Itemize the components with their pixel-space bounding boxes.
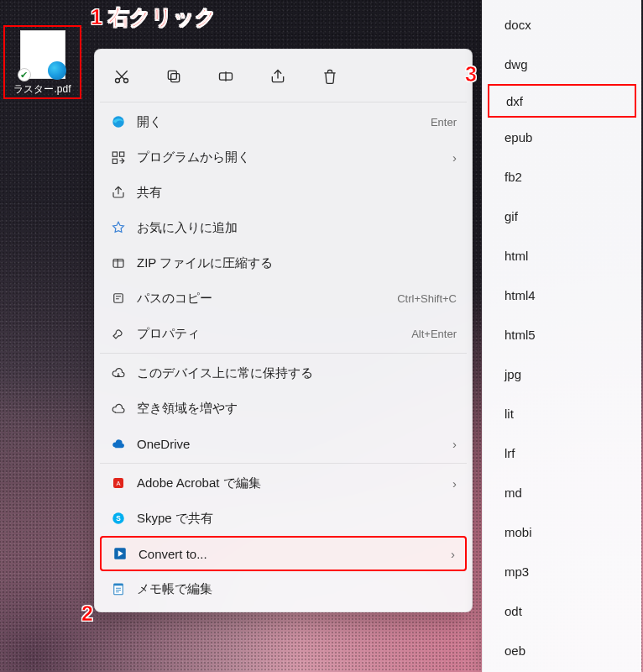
menu-open-label: 開く: [130, 114, 431, 130]
separator: [100, 463, 467, 464]
menu-favorite-label: お気に入りに追加: [130, 220, 457, 236]
copy-path-icon: [107, 291, 130, 306]
svg-point-0: [116, 79, 120, 83]
separator: [100, 353, 467, 354]
menu-open-with[interactable]: プログラムから開く ›: [100, 139, 467, 175]
chevron-right-icon: ›: [451, 547, 455, 561]
menu-convert-label: Convert to...: [132, 547, 444, 561]
svg-rect-7: [120, 152, 124, 156]
menu-free-space-label: 空き領域を増やす: [130, 401, 457, 417]
submenu-item-html[interactable]: html: [488, 236, 636, 276]
svg-rect-17: [114, 584, 123, 585]
submenu-item-oeb[interactable]: oeb: [488, 631, 636, 670]
menu-open-accel: Enter: [431, 116, 457, 129]
menu-keep-on-device[interactable]: このデバイス上に常に保持する: [100, 355, 467, 391]
menu-share-label: 共有: [130, 185, 457, 201]
menu-onedrive-label: OneDrive: [130, 437, 446, 451]
svg-rect-2: [171, 74, 180, 82]
submenu-item-fb2[interactable]: fb2: [488, 157, 636, 197]
svg-rect-6: [112, 152, 117, 156]
menu-properties-label: プロパティ: [130, 326, 411, 342]
cut-icon[interactable]: [105, 61, 139, 92]
svg-rect-8: [112, 159, 117, 163]
submenu-item-html4[interactable]: html4: [488, 276, 636, 315]
sync-badge-icon: ✔: [18, 68, 31, 81]
submenu-item-mp3[interactable]: mp3: [488, 552, 636, 591]
cloud-keep-icon: [107, 365, 130, 381]
submenu-item-html5[interactable]: html5: [488, 315, 636, 354]
menu-zip-label: ZIP ファイルに圧縮する: [130, 255, 457, 271]
cloud-icon: [107, 401, 130, 416]
menu-free-space[interactable]: 空き領域を増やす: [100, 391, 467, 426]
menu-skype-label: Skype で共有: [130, 511, 457, 527]
submenu-item-jpg[interactable]: jpg: [488, 354, 636, 394]
star-icon: [107, 220, 130, 235]
menu-skype[interactable]: S Skype で共有: [100, 501, 467, 536]
skype-icon: S: [107, 511, 130, 526]
chevron-right-icon: ›: [452, 150, 457, 165]
annotation-3: 3: [465, 62, 477, 87]
svg-rect-3: [168, 71, 176, 79]
menu-keep-label: このデバイス上に常に保持する: [130, 365, 457, 381]
svg-text:A: A: [116, 480, 120, 487]
rename-icon[interactable]: [209, 61, 243, 92]
edge-icon: [107, 114, 130, 129]
menu-zip[interactable]: ZIP ファイルに圧縮する: [100, 245, 467, 281]
submenu-item-lit[interactable]: lit: [488, 394, 636, 433]
menu-properties-accel: Alt+Enter: [411, 328, 457, 340]
menu-onedrive[interactable]: OneDrive ›: [100, 426, 467, 461]
submenu-item-dxf[interactable]: dxf: [488, 84, 636, 118]
delete-icon[interactable]: [313, 61, 347, 92]
svg-point-1: [124, 79, 128, 83]
share-quick-icon[interactable]: [261, 61, 295, 92]
submenu-item-epub[interactable]: epub: [488, 118, 636, 157]
menu-acrobat-label: Adobe Acrobat で編集: [130, 475, 446, 491]
menu-copy-path-label: パスのコピー: [130, 291, 397, 307]
svg-rect-9: [113, 260, 123, 268]
submenu-item-dwg[interactable]: dwg: [488, 45, 636, 84]
menu-copy-path-accel: Ctrl+Shift+C: [397, 292, 457, 305]
desktop-file[interactable]: ✔ ラスター.pdf: [3, 25, 81, 99]
acrobat-icon: A: [107, 475, 130, 491]
context-menu: 開く Enter プログラムから開く › 共有 お気に入りに追加 ZIP ファイ…: [94, 49, 473, 612]
submenu-item-lrf[interactable]: lrf: [488, 433, 636, 473]
annotation-1: 1 右クリック: [91, 3, 217, 31]
open-with-icon: [107, 150, 130, 165]
svg-text:S: S: [116, 515, 121, 522]
chevron-right-icon: ›: [452, 476, 457, 491]
menu-notepad[interactable]: メモ帳で編集: [100, 571, 467, 606]
submenu-item-docx[interactable]: docx: [488, 5, 636, 45]
wrench-icon: [107, 326, 130, 341]
svg-rect-10: [114, 294, 123, 303]
onedrive-icon: [107, 436, 130, 451]
menu-open-with-label: プログラムから開く: [130, 150, 446, 165]
menu-copy-path[interactable]: パスのコピー Ctrl+Shift+C: [100, 281, 467, 316]
file-thumbnail: ✔: [20, 30, 65, 79]
menu-open[interactable]: 開く Enter: [100, 104, 467, 139]
menu-properties[interactable]: プロパティ Alt+Enter: [100, 316, 467, 351]
menu-notepad-label: メモ帳で編集: [130, 581, 457, 597]
chevron-right-icon: ›: [452, 437, 457, 451]
quick-actions-row: [100, 55, 467, 100]
menu-share[interactable]: 共有: [100, 175, 467, 210]
submenu-item-mobi[interactable]: mobi: [488, 512, 636, 552]
annotation-2: 2: [81, 601, 93, 626]
menu-acrobat[interactable]: A Adobe Acrobat で編集 ›: [100, 465, 467, 501]
submenu-item-md[interactable]: md: [488, 473, 636, 512]
notepad-icon: [107, 581, 130, 596]
file-name-label: ラスター.pdf: [13, 82, 71, 97]
submenu-item-odt[interactable]: odt: [488, 591, 636, 631]
copy-icon[interactable]: [157, 61, 191, 92]
menu-favorite[interactable]: お気に入りに追加: [100, 210, 467, 245]
convert-icon: [108, 546, 132, 561]
submenu-item-gif[interactable]: gif: [488, 197, 636, 236]
separator: [100, 102, 467, 102]
zip-icon: [107, 255, 130, 270]
share-icon: [107, 185, 130, 200]
convert-submenu: docxdwgdxfepubfb2gifhtmlhtml4html5jpglit…: [482, 0, 641, 672]
menu-convert-to[interactable]: Convert to... ›: [100, 536, 467, 571]
